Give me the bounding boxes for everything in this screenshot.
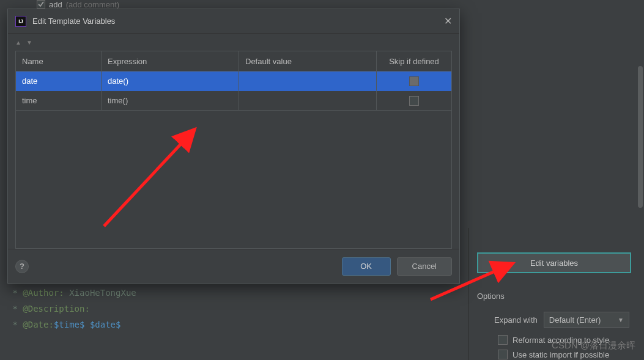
checkbox-icon[interactable] bbox=[498, 335, 508, 345]
expand-with-select[interactable]: Default (Enter) ▼ bbox=[544, 312, 629, 328]
edit-variables-button[interactable]: Edit variables bbox=[477, 252, 631, 273]
tree-item-add: add (add comment) bbox=[0, 0, 644, 9]
table-header: Name Expression Default value Skip if de… bbox=[16, 51, 451, 72]
checkbox-icon[interactable] bbox=[498, 350, 508, 359]
dialog-footer: ? OK Cancel bbox=[8, 249, 459, 283]
cell-expression[interactable]: time() bbox=[102, 91, 239, 111]
options-title: Options bbox=[477, 292, 639, 301]
col-skip[interactable]: Skip if defined bbox=[377, 51, 451, 72]
expand-with-label: Expand with bbox=[494, 315, 538, 325]
table-row[interactable]: time time() bbox=[16, 91, 451, 111]
ok-button[interactable]: OK bbox=[342, 257, 391, 276]
cell-skip[interactable] bbox=[377, 91, 451, 111]
cell-default[interactable] bbox=[239, 91, 377, 111]
cell-skip[interactable] bbox=[377, 72, 451, 91]
cell-default[interactable] bbox=[239, 72, 377, 91]
col-expression[interactable]: Expression bbox=[102, 51, 239, 72]
edit-template-variables-dialog: IJ Edit Template Variables ✕ ▲ ▼ Name Ex… bbox=[7, 9, 460, 284]
col-name[interactable]: Name bbox=[16, 51, 102, 72]
reformat-option[interactable]: Reformat according to style bbox=[498, 335, 639, 345]
right-options-panel: Edit variables Options Expand with Defau… bbox=[468, 228, 644, 360]
ok-label: OK bbox=[360, 262, 372, 271]
sort-toolbar: ▲ ▼ bbox=[8, 34, 459, 51]
template-code[interactable]: * @Author: XiaoHeTongXue * @Description:… bbox=[7, 285, 460, 332]
chevron-down-icon: ▼ bbox=[618, 317, 624, 323]
edit-variables-label: Edit variables bbox=[530, 259, 578, 268]
checkbox-icon[interactable] bbox=[37, 0, 45, 9]
cell-name[interactable]: time bbox=[16, 91, 102, 111]
intellij-logo-icon: IJ bbox=[15, 16, 26, 27]
add-hint: (add comment) bbox=[66, 0, 119, 9]
expand-with-row: Expand with Default (Enter) ▼ bbox=[494, 312, 639, 328]
table-row[interactable]: date date() bbox=[16, 72, 451, 91]
sort-down-icon[interactable]: ▼ bbox=[26, 39, 32, 46]
reformat-label: Reformat according to style bbox=[513, 336, 609, 345]
cell-name[interactable]: date bbox=[16, 72, 102, 91]
help-icon: ? bbox=[20, 262, 24, 271]
cancel-button[interactable]: Cancel bbox=[397, 257, 452, 276]
scrollbar-thumb[interactable] bbox=[638, 66, 643, 208]
dialog-title: Edit Template Variables bbox=[32, 17, 444, 26]
cell-expression[interactable]: date() bbox=[102, 72, 239, 91]
sort-up-icon[interactable]: ▲ bbox=[15, 39, 21, 46]
static-import-label: Use static import if possible bbox=[513, 350, 609, 359]
cancel-label: Cancel bbox=[412, 262, 437, 271]
add-label: add bbox=[49, 0, 62, 9]
col-default[interactable]: Default value bbox=[239, 51, 377, 72]
dialog-header: IJ Edit Template Variables ✕ bbox=[8, 9, 459, 34]
help-button[interactable]: ? bbox=[15, 260, 29, 273]
expand-with-value: Default (Enter) bbox=[549, 315, 601, 325]
checkbox-icon[interactable] bbox=[409, 96, 419, 106]
static-import-option[interactable]: Use static import if possible bbox=[498, 350, 639, 359]
close-icon[interactable]: ✕ bbox=[444, 15, 452, 27]
checkbox-icon[interactable] bbox=[409, 76, 419, 86]
variables-table: Name Expression Default value Skip if de… bbox=[15, 51, 452, 249]
